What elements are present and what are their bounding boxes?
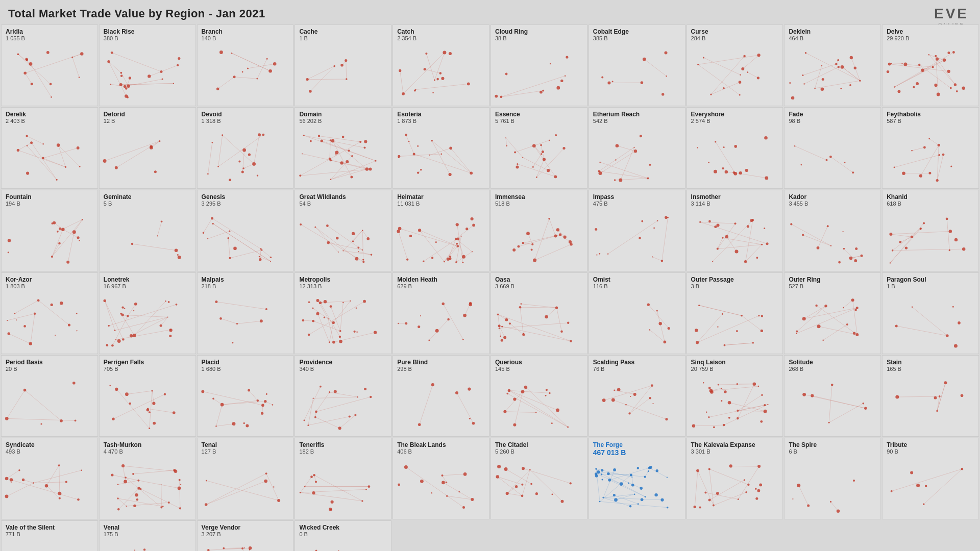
region-map: [785, 132, 880, 188]
region-map: [589, 132, 685, 188]
svg-line-1040: [23, 480, 34, 483]
svg-line-468: [344, 251, 372, 255]
svg-point-605: [827, 225, 829, 227]
svg-line-427: [157, 221, 161, 236]
svg-line-21: [149, 65, 178, 76]
svg-point-307: [470, 171, 473, 174]
svg-point-111: [664, 51, 667, 54]
svg-point-537: [531, 249, 533, 251]
svg-point-286: [329, 158, 331, 160]
svg-point-341: [555, 134, 557, 136]
svg-point-697: [232, 342, 233, 343]
svg-point-1101: [273, 486, 274, 487]
svg-point-416: [8, 252, 9, 253]
svg-point-718: [339, 336, 341, 338]
svg-point-1045: [45, 484, 48, 488]
region-cell: Branch140 B: [197, 24, 294, 106]
svg-point-591: [750, 219, 753, 222]
svg-line-78: [415, 84, 469, 89]
svg-point-701: [265, 308, 267, 310]
region-map: [100, 132, 195, 188]
region-name: Delve: [887, 28, 903, 35]
svg-point-175: [913, 86, 915, 88]
svg-point-1138: [446, 482, 448, 484]
region-name: The Bleak Lands: [397, 441, 446, 448]
svg-point-971: [602, 398, 605, 402]
region-map: [393, 49, 489, 106]
svg-point-685: [117, 339, 121, 343]
region-value: 1 055 B: [6, 35, 25, 41]
svg-point-965: [617, 388, 621, 391]
svg-line-577: [723, 238, 762, 244]
svg-line-601: [792, 224, 831, 245]
svg-point-934: [468, 388, 471, 391]
svg-point-1162: [522, 467, 525, 470]
svg-point-479: [326, 224, 329, 227]
svg-point-113: [640, 81, 643, 84]
svg-line-905: [315, 417, 340, 429]
svg-line-95: [501, 76, 565, 97]
svg-point-504: [406, 258, 408, 260]
svg-point-969: [652, 403, 653, 404]
svg-point-1114: [366, 489, 368, 490]
svg-point-692: [169, 329, 171, 331]
svg-line-928: [457, 393, 474, 423]
svg-line-443: [213, 223, 271, 261]
region-value: 2 354 B: [397, 35, 416, 41]
svg-line-1063: [123, 466, 126, 482]
svg-point-44: [111, 52, 113, 54]
region-value: 1 B: [887, 283, 895, 289]
region-name: Malpais: [202, 276, 224, 283]
svg-point-383: [801, 164, 802, 166]
svg-point-812: [717, 327, 718, 328]
region-cell: Oasa3 669 B: [491, 272, 587, 354]
region-map: [295, 215, 391, 271]
region-map: [295, 132, 391, 188]
svg-line-826: [797, 308, 857, 333]
svg-point-381: [829, 156, 832, 158]
svg-point-556: [639, 237, 641, 239]
svg-line-907: [316, 397, 371, 412]
svg-line-803: [724, 343, 753, 345]
svg-point-1003: [692, 424, 695, 428]
svg-point-156: [821, 65, 822, 66]
svg-point-865: [109, 385, 111, 387]
svg-point-1020: [864, 407, 867, 410]
svg-point-304: [449, 147, 452, 150]
svg-line-983: [729, 403, 765, 411]
svg-point-1007: [757, 386, 759, 387]
svg-point-223: [103, 159, 106, 163]
region-map: [883, 380, 978, 436]
svg-point-1211: [667, 507, 669, 509]
svg-point-1159: [561, 500, 564, 503]
svg-line-1174: [616, 494, 634, 500]
region-cell: Impass475 B: [589, 190, 685, 271]
svg-point-933: [469, 418, 471, 419]
svg-point-810: [736, 330, 738, 332]
svg-line-120: [711, 82, 740, 94]
svg-point-1093: [135, 493, 138, 497]
svg-point-1153: [521, 495, 524, 497]
svg-line-618: [891, 234, 912, 237]
svg-line-298: [432, 141, 450, 174]
svg-point-844: [912, 307, 913, 308]
svg-line-615: [890, 229, 921, 263]
region-name: Querious: [495, 359, 522, 366]
svg-point-1238: [712, 505, 714, 507]
svg-point-1137: [463, 472, 467, 476]
region-name: Deklein: [789, 28, 811, 35]
svg-point-719: [339, 330, 341, 332]
svg-point-423: [57, 231, 59, 233]
svg-point-1004: [737, 417, 739, 420]
svg-point-105: [566, 56, 568, 59]
svg-point-987: [728, 417, 730, 419]
svg-line-48: [217, 77, 234, 89]
svg-point-631: [899, 241, 902, 243]
svg-point-1252: [830, 501, 831, 503]
svg-point-895: [261, 412, 263, 415]
region-name: Devoid: [202, 111, 222, 118]
region-map: [198, 49, 293, 106]
svg-point-398: [942, 154, 945, 156]
region-name: The Forge: [593, 441, 623, 448]
svg-line-1059: [140, 489, 180, 508]
